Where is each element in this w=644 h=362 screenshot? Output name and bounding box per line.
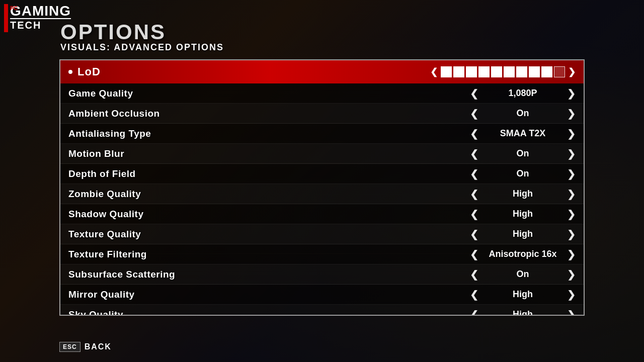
setting-value-area: ❮High❯ (435, 309, 576, 316)
chevron-right-icon[interactable]: ❯ (567, 188, 576, 200)
logo-red-bar (4, 4, 8, 32)
page-title-area: OPTIONS VISUALS: ADVANCED OPTIONS (60, 20, 224, 53)
setting-row[interactable]: Shadow Quality❮High❯ (60, 204, 584, 224)
chevron-left-icon[interactable]: ❮ (470, 148, 478, 160)
setting-label: Antialiasing Type (68, 128, 435, 139)
setting-value: On (482, 269, 563, 280)
setting-value: On (482, 148, 563, 159)
setting-value: High (482, 229, 563, 239)
lod-slot-5 (491, 66, 502, 77)
chevron-right-icon[interactable]: ❯ (567, 208, 576, 220)
setting-label: Subsurface Scattering (68, 269, 435, 280)
chevron-left-icon[interactable]: ❮ (470, 309, 478, 316)
setting-value: On (482, 168, 563, 179)
setting-label: Shadow Quality (68, 209, 435, 220)
setting-value-area: ❮On❯ (435, 148, 576, 160)
chevron-left-icon[interactable]: ❮ (470, 128, 478, 140)
esc-badge: ESC (59, 342, 80, 352)
setting-row[interactable]: Texture Quality❮High❯ (60, 224, 584, 244)
lod-slot-7 (516, 66, 527, 77)
setting-value: Anisotropic 16x (482, 249, 563, 259)
setting-value: On (482, 108, 563, 119)
setting-label: Motion Blur (68, 148, 435, 159)
setting-row[interactable]: Subsurface Scattering❮On❯ (60, 264, 584, 285)
setting-row[interactable]: Sky Quality❮High❯ (60, 305, 584, 316)
setting-value: SMAA T2X (482, 128, 563, 139)
setting-value-area: ❮High❯ (435, 188, 576, 200)
chevron-right-icon[interactable]: ❯ (567, 228, 576, 240)
setting-value-area: ❮1,080P❯ (435, 87, 576, 100)
lod-slot-9 (541, 66, 552, 77)
setting-row[interactable]: Game Quality❮1,080P❯ (60, 83, 584, 104)
lod-slider-area: ❮ ❯ (430, 66, 576, 77)
chevron-right-icon[interactable]: ❯ (567, 168, 576, 180)
chevron-left-icon[interactable]: ❮ (470, 289, 478, 301)
lod-slot-3 (466, 66, 477, 77)
settings-list: Game Quality❮1,080P❯Ambient Occlusion❮On… (60, 83, 584, 316)
setting-value: 1,080P (482, 88, 563, 99)
setting-value: High (482, 189, 563, 199)
setting-value: High (482, 309, 563, 316)
chevron-right-icon[interactable]: ❯ (567, 289, 576, 301)
setting-label: Zombie Quality (68, 189, 435, 200)
setting-label: Game Quality (68, 88, 435, 99)
chevron-right-icon[interactable]: ❯ (567, 268, 576, 281)
setting-value-area: ❮High❯ (435, 208, 576, 220)
setting-row[interactable]: Mirror Quality❮High❯ (60, 285, 584, 305)
chevron-right-icon[interactable]: ❯ (567, 309, 576, 316)
logo-gaming-text: GAMING (10, 4, 71, 18)
chevron-right-icon[interactable]: ❯ (567, 87, 576, 100)
chevron-right-icon[interactable]: ❯ (567, 108, 576, 120)
chevron-left-icon[interactable]: ❮ (470, 248, 478, 260)
chevron-left-icon[interactable]: ❮ (470, 108, 478, 120)
setting-label: Ambient Occlusion (68, 108, 435, 119)
setting-row[interactable]: Motion Blur❮On❯ (60, 144, 584, 164)
setting-label: Sky Quality (68, 309, 435, 316)
lod-slot-1 (441, 66, 452, 77)
settings-panel: LoD ❮ ❯ Game Quality❮1,080P❯Ambient Occl… (59, 59, 585, 316)
lod-bullet (68, 70, 72, 74)
lod-slot-6 (504, 66, 515, 77)
chevron-right-icon[interactable]: ❯ (567, 128, 576, 140)
lod-row[interactable]: LoD ❮ ❯ (60, 60, 584, 83)
setting-value: High (482, 289, 563, 300)
chevron-right-icon[interactable]: ❯ (567, 148, 576, 160)
bottom-bar: ESC BACK (59, 342, 112, 352)
setting-row[interactable]: Zombie Quality❮High❯ (60, 184, 584, 204)
logo-pc-text: PC (10, 5, 18, 11)
setting-label: Texture Quality (68, 229, 435, 240)
setting-value: High (482, 209, 563, 219)
lod-arrow-left[interactable]: ❮ (430, 66, 438, 77)
setting-label: Texture Filtering (68, 249, 435, 260)
setting-row[interactable]: Ambient Occlusion❮On❯ (60, 104, 584, 124)
lod-slot-4 (478, 66, 490, 77)
setting-value-area: ❮On❯ (435, 268, 576, 281)
setting-value-area: ❮High❯ (435, 289, 576, 301)
lod-slot-8 (529, 66, 540, 77)
setting-label: Mirror Quality (68, 289, 435, 300)
chevron-left-icon[interactable]: ❮ (470, 168, 478, 180)
back-label[interactable]: BACK (85, 342, 112, 351)
setting-value-area: ❮SMAA T2X❯ (435, 128, 576, 140)
setting-value-area: ❮On❯ (435, 108, 576, 120)
setting-row[interactable]: Depth of Field❮On❯ (60, 164, 584, 184)
chevron-left-icon[interactable]: ❮ (470, 228, 478, 240)
setting-row[interactable]: Texture Filtering❮Anisotropic 16x❯ (60, 244, 584, 264)
setting-value-area: ❮High❯ (435, 228, 576, 240)
chevron-left-icon[interactable]: ❮ (470, 87, 478, 100)
setting-value-area: ❮On❯ (435, 168, 576, 180)
lod-arrow-right[interactable]: ❯ (568, 66, 576, 77)
setting-row[interactable]: Antialiasing Type❮SMAA T2X❯ (60, 124, 584, 144)
chevron-left-icon[interactable]: ❮ (470, 188, 478, 200)
options-title: OPTIONS (60, 20, 224, 44)
chevron-right-icon[interactable]: ❯ (567, 248, 576, 260)
lod-slots (441, 66, 565, 77)
lod-slot-10 (554, 66, 565, 77)
chevron-left-icon[interactable]: ❮ (470, 208, 478, 220)
setting-value-area: ❮Anisotropic 16x❯ (435, 248, 576, 260)
lod-label: LoD (77, 65, 430, 78)
chevron-left-icon[interactable]: ❮ (470, 268, 478, 281)
lod-slot-2 (453, 66, 464, 77)
setting-label: Depth of Field (68, 168, 435, 179)
